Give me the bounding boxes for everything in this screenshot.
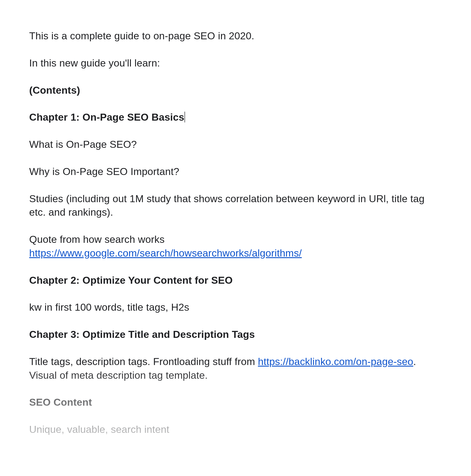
chapter-3-title: Chapter 3: Optimize Title and Descriptio…	[29, 328, 442, 341]
backlinko-link[interactable]: https://backlinko.com/on-page-seo	[258, 356, 413, 367]
chapter-1-question-1: What is On-Page SEO?	[29, 138, 442, 152]
quote-lead-text: Quote from how search works	[29, 234, 164, 245]
chapter-3-body-pre: Title tags, description tags. Frontloadi…	[29, 356, 258, 367]
chapter-3-body: Title tags, description tags. Frontloadi…	[29, 355, 442, 382]
google-algorithms-link[interactable]: https://www.google.com/search/howsearchw…	[29, 247, 302, 259]
chapter-1-question-2: Why is On-Page SEO Important?	[29, 165, 442, 179]
seo-content-heading: SEO Content	[29, 396, 442, 409]
chapter-1-title[interactable]: Chapter 1: On-Page SEO Basics	[29, 111, 442, 124]
chapter-1-quote: Quote from how search works https://www.…	[29, 233, 442, 260]
chapter-2-title: Chapter 2: Optimize Your Content for SEO	[29, 274, 442, 287]
seo-content-body: Unique, valuable, search intent	[29, 423, 442, 437]
contents-label: (Contents)	[29, 84, 442, 97]
intro-paragraph-2: In this new guide you'll learn:	[29, 56, 442, 70]
chapter-1-studies: Studies (including out 1M study that sho…	[29, 192, 442, 220]
chapter-2-body: kw in first 100 words, title tags, H2s	[29, 301, 442, 314]
intro-paragraph-1: This is a complete guide to on-page SEO …	[29, 29, 442, 43]
